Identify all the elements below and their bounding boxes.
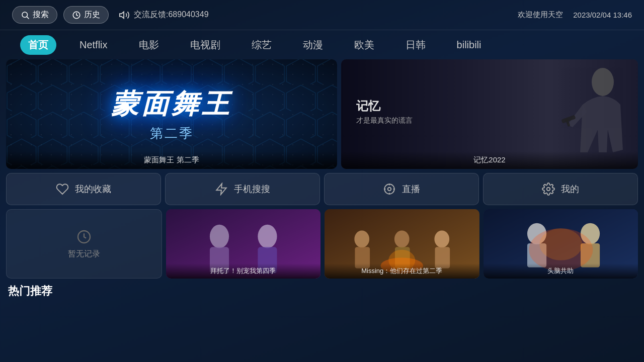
banner-left-label: 蒙面舞王 第二季 bbox=[6, 151, 337, 169]
banner-right-text: 记忆 才是最真实的谎言 bbox=[356, 98, 413, 125]
svg-point-16 bbox=[547, 188, 550, 191]
nav-item-tv[interactable]: 电视剧 bbox=[182, 35, 228, 55]
banner-right-main-text: 记忆 bbox=[356, 98, 413, 114]
banner-left-text: 蒙面舞王 第二季 bbox=[111, 86, 232, 142]
svg-line-1 bbox=[27, 17, 29, 19]
svg-point-11 bbox=[388, 188, 391, 191]
mine-button[interactable]: 我的 bbox=[483, 173, 638, 205]
favorites-label: 我的收藏 bbox=[75, 183, 111, 195]
feedback-text: 交流反馈:689040349 bbox=[134, 10, 209, 20]
top-bar: 搜索 历史 交流反馈:689040349 欢迎使用天空 2023/02/04 1… bbox=[0, 0, 644, 30]
svg-marker-9 bbox=[216, 184, 226, 195]
svg-point-19 bbox=[209, 225, 228, 248]
banner-left-subtitle: 第二季 bbox=[111, 125, 232, 142]
svg-point-0 bbox=[22, 12, 28, 18]
favorites-button[interactable]: 我的收藏 bbox=[6, 173, 161, 205]
live-label: 直播 bbox=[402, 183, 420, 195]
svg-point-28 bbox=[434, 230, 449, 247]
top-left-actions: 搜索 历史 bbox=[12, 6, 109, 24]
banner-left[interactable]: 蒙面舞王 第二季 蒙面舞王 第二季 bbox=[6, 59, 337, 169]
nav-item-anime[interactable]: 动漫 bbox=[295, 35, 331, 55]
content-card-2[interactable]: Missing：他们存在过第二季 bbox=[325, 209, 479, 279]
banner-right-label: 记忆2022 bbox=[341, 151, 638, 169]
person-silhouette bbox=[547, 64, 628, 162]
svg-point-38 bbox=[539, 228, 582, 260]
volume-icon bbox=[119, 10, 130, 21]
svg-point-21 bbox=[258, 225, 277, 248]
content-row: 暂无记录 拜托了！别宠我第四季 bbox=[0, 209, 644, 279]
clock-icon bbox=[76, 229, 92, 245]
main-nav: 首页 Netflix 电影 电视剧 综艺 动漫 欧美 日韩 bilibili bbox=[0, 30, 644, 59]
live-button[interactable]: 直播 bbox=[324, 173, 479, 205]
nav-item-movie[interactable]: 电影 bbox=[131, 35, 167, 55]
banner-right[interactable]: 记忆 才是最真实的谎言 记忆2022 bbox=[341, 59, 638, 169]
welcome-text: 欢迎使用天空 bbox=[518, 10, 563, 20]
gear-icon bbox=[542, 183, 555, 196]
content-card-1[interactable]: 拜托了！别宠我第四季 bbox=[166, 209, 321, 279]
history-card[interactable]: 暂无记录 bbox=[6, 209, 162, 279]
nav-item-korean[interactable]: 日韩 bbox=[397, 35, 434, 55]
history-label: 历史 bbox=[84, 10, 100, 20]
search-icon bbox=[21, 11, 30, 20]
svg-point-6 bbox=[592, 68, 614, 96]
banner-right-sub-text: 才是最真实的谎言 bbox=[356, 116, 413, 125]
feedback-area: 交流反馈:689040349 bbox=[119, 10, 209, 21]
datetime: 2023/02/04 13:46 bbox=[573, 11, 632, 19]
search-label: 搜索 bbox=[33, 10, 49, 20]
nav-item-western[interactable]: 欧美 bbox=[346, 35, 382, 55]
mine-label: 我的 bbox=[561, 183, 579, 195]
hot-section-title: 热门推荐 bbox=[0, 279, 644, 301]
search-button[interactable]: 搜索 bbox=[12, 6, 57, 24]
history-icon bbox=[72, 11, 81, 20]
nav-item-bilibili[interactable]: bilibili bbox=[449, 36, 490, 54]
quick-actions: 我的收藏 手机搜搜 直播 我的 bbox=[0, 169, 644, 209]
nav-item-variety[interactable]: 综艺 bbox=[244, 35, 280, 55]
svg-point-26 bbox=[394, 230, 410, 247]
card1-label: 拜托了！别宠我第四季 bbox=[166, 263, 321, 279]
live-icon bbox=[383, 183, 396, 196]
nav-item-home[interactable]: 首页 bbox=[20, 35, 56, 55]
history-button[interactable]: 历史 bbox=[63, 6, 109, 24]
heart-icon bbox=[56, 183, 69, 196]
zap-icon bbox=[215, 183, 228, 196]
top-right-info: 欢迎使用天空 2023/02/04 13:46 bbox=[518, 10, 632, 20]
mobile-search-button[interactable]: 手机搜搜 bbox=[165, 173, 320, 205]
no-record-label: 暂无记录 bbox=[68, 249, 100, 259]
mobile-search-label: 手机搜搜 bbox=[234, 183, 270, 195]
svg-point-10 bbox=[384, 184, 394, 194]
banner-left-title: 蒙面舞王 bbox=[111, 86, 232, 123]
svg-marker-3 bbox=[120, 12, 124, 18]
card3-label: 头脑共助 bbox=[484, 263, 638, 279]
banner-section: 蒙面舞王 第二季 蒙面舞王 第二季 记忆 才是最真实的谎言 bbox=[0, 59, 644, 169]
svg-point-24 bbox=[354, 230, 369, 247]
card2-label: Missing：他们存在过第二季 bbox=[325, 263, 479, 279]
content-card-3[interactable]: 头脑共助 bbox=[484, 209, 638, 279]
nav-item-netflix[interactable]: Netflix bbox=[71, 36, 116, 54]
